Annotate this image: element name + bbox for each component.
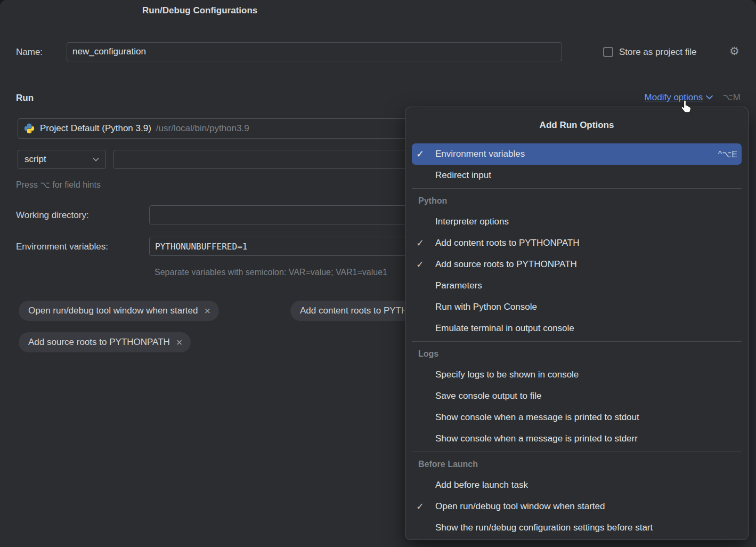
menu-group-heading: Before Launch bbox=[405, 454, 748, 474]
environment-variables-hint: Separate variables with semicolon: VAR=v… bbox=[155, 268, 387, 277]
menu-item-shortcut: ^⌥E bbox=[718, 149, 737, 159]
environment-variables-label: Environment variables: bbox=[16, 242, 108, 252]
menu-item[interactable]: Show console when a message is printed t… bbox=[412, 428, 742, 449]
target-type-value: script bbox=[25, 154, 46, 165]
run-section-header: Run bbox=[16, 93, 34, 103]
name-label: Name: bbox=[16, 47, 43, 58]
menu-separator bbox=[412, 188, 742, 189]
interpreter-path: /usr/local/bin/python3.9 bbox=[156, 123, 249, 134]
menu-item-label: Run with Python Console bbox=[435, 302, 737, 312]
menu-group-heading: Python bbox=[405, 191, 748, 211]
add-run-options-popup: Add Run Options ✓Environment variables^⌥… bbox=[405, 107, 749, 540]
checkmark-icon: ✓ bbox=[416, 501, 435, 512]
menu-item[interactable]: ✓Environment variables^⌥E bbox=[412, 143, 742, 165]
menu-item[interactable]: Save console output to file bbox=[412, 385, 742, 407]
menu-item-label: Add content roots to PYTHONPATH bbox=[435, 238, 737, 248]
dialog-title: Run/Debug Configurations bbox=[142, 5, 257, 16]
chip-close-icon[interactable]: × bbox=[176, 337, 183, 348]
menu-item-label: Show console when a message is printed t… bbox=[435, 433, 737, 444]
option-chip[interactable]: Add source roots to PYTHONPATH× bbox=[19, 332, 191, 352]
menu-item[interactable]: Redirect input bbox=[412, 165, 742, 186]
menu-item-label: Emulate terminal in output console bbox=[435, 323, 737, 334]
modify-options-label: Modify options bbox=[645, 92, 703, 103]
modify-options-shortcut: ⌥M bbox=[722, 92, 741, 103]
menu-item-label: Environment variables bbox=[435, 149, 718, 159]
menu-item[interactable]: Parameters bbox=[412, 275, 742, 296]
chip-label: Open run/debug tool window when started bbox=[28, 305, 198, 316]
checkmark-icon: ✓ bbox=[416, 259, 435, 270]
menu-item-label: Show the run/debug configuration setting… bbox=[435, 522, 737, 533]
gear-icon[interactable]: ⚙ bbox=[729, 46, 739, 57]
chevron-down-icon bbox=[706, 95, 713, 100]
menu-item[interactable]: ✓Add source roots to PYTHONPATH bbox=[412, 254, 742, 275]
menu-item[interactable]: Show console when a message is printed t… bbox=[412, 407, 742, 428]
checkmark-icon: ✓ bbox=[416, 237, 435, 249]
menu-item[interactable]: ✓Open run/debug tool window when started bbox=[412, 496, 742, 517]
interpreter-name: Project Default (Python 3.9) bbox=[40, 123, 151, 134]
menu-item-label: Save console output to file bbox=[435, 391, 737, 401]
menu-item[interactable]: Interpreter options bbox=[412, 211, 742, 232]
menu-separator bbox=[412, 452, 742, 452]
menu-item[interactable]: Show the run/debug configuration setting… bbox=[412, 517, 742, 538]
menu-item-label: Show console when a message is printed t… bbox=[435, 412, 737, 423]
run-debug-configurations-dialog: Run/Debug Configurations Name: Store as … bbox=[0, 0, 756, 547]
store-as-project-file-checkbox[interactable] bbox=[603, 47, 613, 57]
chevron-down-icon bbox=[93, 157, 99, 162]
menu-item[interactable]: Add before launch task bbox=[412, 474, 742, 496]
menu-item-label: Interpreter options bbox=[435, 216, 737, 227]
menu-item[interactable]: ✓Add content roots to PYTHONPATH bbox=[412, 232, 742, 254]
target-type-select[interactable]: script bbox=[18, 150, 106, 169]
name-input[interactable] bbox=[67, 42, 562, 61]
menu-item-label: Add before launch task bbox=[435, 480, 737, 490]
menu-separator bbox=[412, 341, 742, 342]
menu-group-heading: Logs bbox=[405, 344, 748, 364]
store-as-project-file-label: Store as project file bbox=[619, 47, 697, 58]
menu-item-label: Specify logs to be shown in console bbox=[435, 369, 737, 380]
working-directory-label: Working directory: bbox=[16, 210, 89, 221]
python-logo-icon bbox=[23, 123, 35, 134]
menu-item[interactable]: Specify logs to be shown in console bbox=[412, 364, 742, 385]
menu-item[interactable]: Run with Python Console bbox=[412, 296, 742, 318]
menu-item-label: Redirect input bbox=[435, 170, 737, 181]
menu-item-label: Parameters bbox=[435, 280, 737, 291]
checkmark-icon: ✓ bbox=[416, 148, 435, 160]
option-chip[interactable]: Open run/debug tool window when started× bbox=[19, 301, 219, 321]
chip-close-icon[interactable]: × bbox=[204, 305, 210, 316]
popup-title: Add Run Options bbox=[405, 107, 748, 143]
menu-item-label: Open run/debug tool window when started bbox=[435, 501, 737, 512]
menu-item[interactable]: Emulate terminal in output console bbox=[412, 318, 742, 339]
chip-label: Add source roots to PYTHONPATH bbox=[28, 337, 170, 348]
menu-item-label: Add source roots to PYTHONPATH bbox=[435, 259, 737, 270]
popup-menu: ✓Environment variables^⌥ERedirect inputP… bbox=[405, 143, 748, 538]
field-hints-text: Press ⌥ for field hints bbox=[16, 180, 101, 190]
modify-options-link[interactable]: Modify options bbox=[645, 92, 713, 103]
